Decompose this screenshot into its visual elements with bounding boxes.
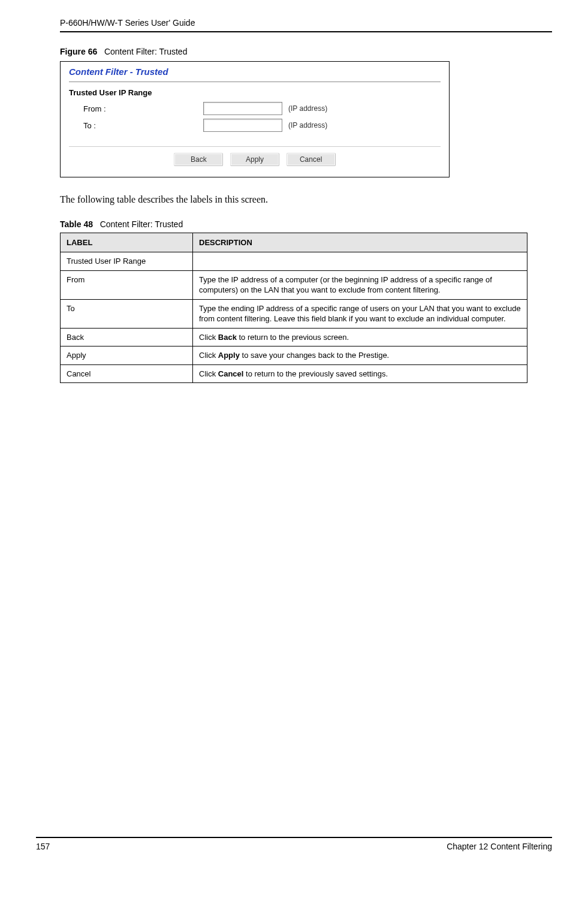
page-number: 157 xyxy=(36,842,50,851)
table-row: Apply Click Apply to save your changes b… xyxy=(61,346,527,365)
table-row: Cancel Click Cancel to return to the pre… xyxy=(61,364,527,383)
to-label: To : xyxy=(83,121,203,130)
to-input[interactable] xyxy=(203,119,282,132)
cell-desc: Click Apply to save your changes back to… xyxy=(193,346,527,365)
table-row: Trusted User IP Range xyxy=(61,252,527,271)
cell-label: Apply xyxy=(61,346,193,365)
apply-button[interactable]: Apply xyxy=(230,153,279,166)
figure-title: Content Filter: Trusted xyxy=(104,47,188,56)
table-row: From Type the IP address of a computer (… xyxy=(61,270,527,299)
cell-label: To xyxy=(61,299,193,328)
intro-paragraph: The following table describes the labels… xyxy=(60,194,552,205)
to-ip-hint: (IP address) xyxy=(288,121,327,129)
back-button[interactable]: Back xyxy=(174,153,223,166)
cell-desc xyxy=(193,252,527,271)
to-row: To : (IP address) xyxy=(69,119,441,132)
table-caption-label: Table 48 xyxy=(60,219,93,229)
cell-desc: Type the IP address of a computer (or th… xyxy=(193,270,527,299)
top-rule xyxy=(60,31,552,32)
panel-title: Content Filter - Trusted xyxy=(69,67,441,82)
section-heading: Trusted User IP Range xyxy=(69,88,441,97)
cancel-button[interactable]: Cancel xyxy=(287,153,336,166)
screenshot-panel: Content Filter - Trusted Trusted User IP… xyxy=(60,61,450,177)
table-row: To Type the ending IP address of a speci… xyxy=(61,299,527,328)
cell-desc: Click Cancel to return to the previously… xyxy=(193,364,527,383)
description-table: LABEL DESCRIPTION Trusted User IP Range … xyxy=(60,233,527,383)
from-row: From : (IP address) xyxy=(69,102,441,115)
cell-desc: Type the ending IP address of a specific… xyxy=(193,299,527,328)
table-header-row: LABEL DESCRIPTION xyxy=(61,233,527,252)
running-header: P-660H/HW/W-T Series User' Guide xyxy=(60,18,552,28)
button-row: Back Apply Cancel xyxy=(69,146,441,166)
table-caption-title: Content Filter: Trusted xyxy=(100,219,183,229)
chapter-title: Chapter 12 Content Filtering xyxy=(447,842,552,851)
table-row: Back Click Back to return to the previou… xyxy=(61,328,527,346)
figure-caption: Figure 66 Content Filter: Trusted xyxy=(60,47,552,56)
cell-label: Trusted User IP Range xyxy=(61,252,193,271)
figure-label: Figure 66 xyxy=(60,47,97,56)
col-header-desc: DESCRIPTION xyxy=(193,233,527,252)
page-footer: 157 Chapter 12 Content Filtering xyxy=(36,837,552,851)
cell-label: From xyxy=(61,270,193,299)
cell-label: Cancel xyxy=(61,364,193,383)
from-ip-hint: (IP address) xyxy=(288,104,327,113)
table-caption: Table 48 Content Filter: Trusted xyxy=(60,219,552,229)
cell-label: Back xyxy=(61,328,193,346)
from-input[interactable] xyxy=(203,102,282,115)
from-label: From : xyxy=(83,104,203,113)
cell-desc: Click Back to return to the previous scr… xyxy=(193,328,527,346)
bottom-rule xyxy=(36,837,552,838)
col-header-label: LABEL xyxy=(61,233,193,252)
